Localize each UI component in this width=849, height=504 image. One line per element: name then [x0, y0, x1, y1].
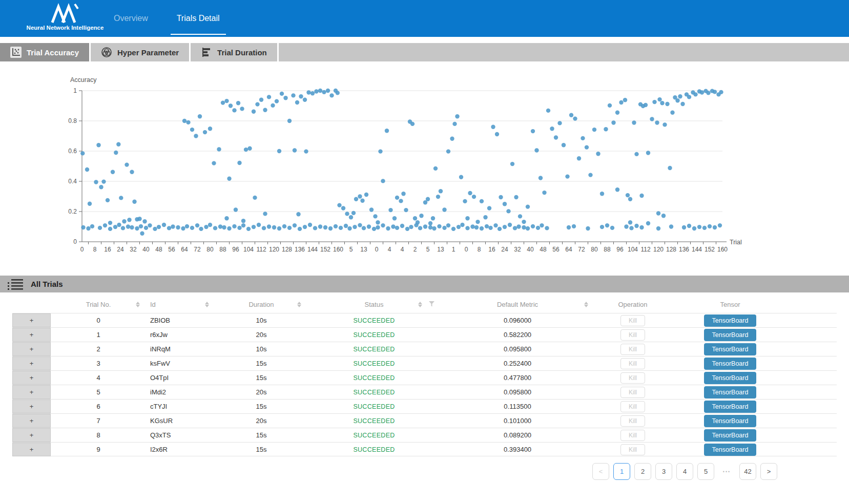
- scatter-point[interactable]: [229, 103, 233, 108]
- scatter-point[interactable]: [282, 224, 286, 228]
- scatter-point[interactable]: [237, 226, 241, 230]
- scatter-point[interactable]: [460, 223, 464, 227]
- scatter-point[interactable]: [318, 224, 322, 228]
- scatter-point[interactable]: [442, 226, 446, 230]
- scatter-point[interactable]: [644, 103, 648, 107]
- scatter-point[interactable]: [358, 223, 362, 227]
- pagination-page-42[interactable]: 42: [739, 463, 756, 480]
- scatter-point[interactable]: [522, 225, 526, 229]
- expand-row-button[interactable]: +: [12, 371, 51, 385]
- scatter-point[interactable]: [190, 226, 194, 230]
- scatter-point[interactable]: [470, 224, 474, 228]
- scatter-point[interactable]: [418, 226, 422, 230]
- scatter-point[interactable]: [287, 119, 292, 123]
- scatter-point[interactable]: [126, 224, 130, 228]
- tensorboard-button[interactable]: TensorBoard: [704, 314, 756, 327]
- scatter-point[interactable]: [153, 227, 157, 231]
- pagination-page-5[interactable]: 5: [697, 463, 714, 480]
- scatter-point[interactable]: [550, 127, 554, 131]
- scatter-point[interactable]: [190, 128, 194, 132]
- scatter-point[interactable]: [567, 225, 571, 229]
- scatter-point[interactable]: [586, 226, 590, 230]
- scatter-point[interactable]: [442, 207, 446, 212]
- tensorboard-button[interactable]: TensorBoard: [704, 343, 756, 355]
- scatter-point[interactable]: [337, 203, 341, 207]
- scatter-point[interactable]: [639, 194, 644, 198]
- scatter-point[interactable]: [253, 196, 257, 200]
- scatter-point[interactable]: [639, 225, 644, 229]
- scatter-point[interactable]: [650, 117, 654, 121]
- scatter-point[interactable]: [459, 175, 463, 179]
- scatter-point[interactable]: [386, 226, 390, 230]
- scatter-point[interactable]: [399, 199, 403, 203]
- scatter-point[interactable]: [513, 226, 517, 230]
- scatter-point[interactable]: [400, 224, 404, 228]
- scatter-point[interactable]: [378, 149, 382, 153]
- kill-button[interactable]: Kill: [620, 358, 645, 369]
- scatter-point[interactable]: [176, 225, 180, 229]
- scatter-point[interactable]: [257, 223, 261, 227]
- scatter-point[interactable]: [468, 191, 472, 195]
- scatter-point[interactable]: [426, 197, 430, 201]
- scatter-point[interactable]: [702, 226, 707, 230]
- scatter-point[interactable]: [592, 128, 596, 132]
- scatter-point[interactable]: [90, 224, 94, 228]
- scatter-point[interactable]: [510, 162, 514, 166]
- scatter-point[interactable]: [240, 107, 244, 111]
- scatter-point[interactable]: [499, 195, 503, 199]
- kill-button[interactable]: Kill: [620, 387, 645, 398]
- scatter-point[interactable]: [534, 148, 539, 152]
- scatter-point[interactable]: [204, 225, 208, 229]
- scatter-point[interactable]: [367, 224, 371, 228]
- scatter-point[interactable]: [354, 197, 358, 201]
- column-header-trial-no-[interactable]: Trial No.: [51, 296, 146, 313]
- scatter-point[interactable]: [388, 208, 392, 212]
- scatter-point[interactable]: [341, 206, 345, 210]
- scatter-point[interactable]: [542, 191, 546, 195]
- pagination-ellipsis[interactable]: •••: [718, 463, 735, 480]
- expand-row-button[interactable]: +: [12, 356, 51, 370]
- scatter-point[interactable]: [657, 97, 661, 101]
- scatter-point[interactable]: [111, 170, 115, 174]
- scatter-point[interactable]: [437, 224, 441, 228]
- scatter-point[interactable]: [323, 225, 327, 229]
- scatter-point[interactable]: [310, 91, 315, 95]
- scatter-point[interactable]: [554, 135, 558, 139]
- column-header-default-metric[interactable]: Default Metric: [441, 296, 594, 313]
- scatter-point[interactable]: [573, 116, 577, 120]
- scatter-point[interactable]: [194, 134, 198, 138]
- scatter-point[interactable]: [277, 149, 281, 153]
- scatter-point[interactable]: [122, 219, 126, 223]
- scatter-point[interactable]: [498, 227, 502, 231]
- scatter-point[interactable]: [416, 220, 420, 224]
- scatter-point[interactable]: [135, 226, 139, 230]
- pagination-prev-button[interactable]: <: [592, 463, 609, 480]
- scatter-point[interactable]: [241, 223, 245, 227]
- scatter-point[interactable]: [562, 143, 566, 147]
- scatter-point[interactable]: [381, 179, 385, 183]
- scatter-point[interactable]: [326, 89, 330, 93]
- scatter-point[interactable]: [661, 214, 666, 218]
- scatter-point[interactable]: [376, 225, 380, 229]
- tensorboard-button[interactable]: TensorBoard: [704, 429, 756, 442]
- scatter-point[interactable]: [419, 214, 423, 218]
- scatter-point[interactable]: [446, 149, 450, 153]
- scatter-point[interactable]: [283, 96, 287, 100]
- scatter-point[interactable]: [232, 108, 236, 112]
- scatter-point[interactable]: [86, 226, 90, 230]
- scatter-point[interactable]: [295, 100, 299, 104]
- scatter-point[interactable]: [480, 199, 484, 203]
- scatter-point[interactable]: [506, 209, 510, 213]
- scatter-point[interactable]: [451, 227, 455, 231]
- scatter-point[interactable]: [610, 226, 614, 230]
- scatter-point[interactable]: [404, 208, 408, 212]
- scatter-point[interactable]: [503, 225, 507, 229]
- scatter-point[interactable]: [423, 224, 427, 228]
- expand-row-button[interactable]: +: [12, 443, 51, 456]
- scatter-point[interactable]: [227, 226, 231, 230]
- scatter-point[interactable]: [252, 225, 256, 229]
- scatter-point[interactable]: [334, 224, 338, 228]
- kill-button[interactable]: Kill: [620, 430, 645, 441]
- scatter-point[interactable]: [227, 177, 231, 181]
- scatter-point[interactable]: [600, 225, 604, 229]
